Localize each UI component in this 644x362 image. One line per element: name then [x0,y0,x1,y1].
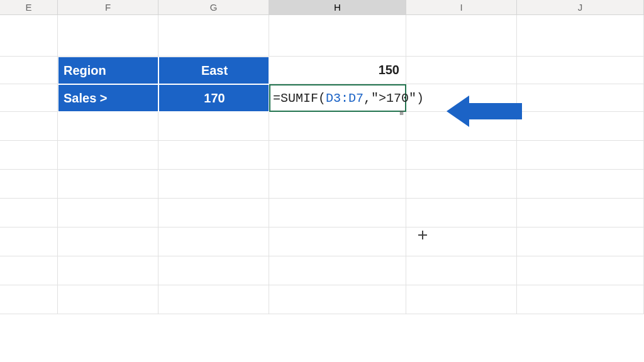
text-cursor-icon [400,111,404,115]
cell[interactable] [517,256,644,285]
cell[interactable] [517,285,644,314]
cell[interactable] [517,84,644,112]
formula-range-ref: D3:D7 [326,91,364,106]
cell[interactable] [0,285,58,314]
cell[interactable] [517,57,644,84]
cell[interactable] [158,228,269,256]
worksheet: E F G H I J Region East 150 Sales > [0,0,644,362]
cell[interactable] [0,228,58,256]
col-header-J[interactable]: J [517,0,644,14]
cell[interactable] [0,57,58,84]
cell[interactable] [58,15,158,57]
cell[interactable] [406,57,517,84]
cell[interactable] [269,256,406,285]
cell[interactable] [58,228,158,256]
cell[interactable] [58,112,158,141]
cell[interactable] [406,170,517,199]
cell[interactable] [158,112,269,141]
cell[interactable] [269,199,406,228]
col-header-H[interactable]: H [269,0,406,14]
cell[interactable] [269,228,406,256]
cell-region-value[interactable]: East [158,57,269,84]
cell[interactable] [406,15,517,57]
formula-open-paren: ( [318,91,326,106]
formula-comma: , [364,91,371,106]
cell[interactable] [58,170,158,199]
formula-close-paren: ) [416,91,424,106]
table-row [0,15,644,57]
table-row [0,112,644,141]
column-headers: E F G H I J [0,0,644,15]
table-row [0,199,644,228]
cell[interactable] [0,141,58,170]
cell[interactable] [517,199,644,228]
cell[interactable] [0,112,58,141]
cell[interactable] [58,285,158,314]
callout-arrow-icon [447,96,522,127]
cell[interactable] [517,141,644,170]
cell[interactable] [269,285,406,314]
cell[interactable] [158,170,269,199]
col-header-G[interactable]: G [158,0,269,14]
table-row: Sales > 170 =SUMIF(D3:D7,">170") [0,84,644,112]
cell[interactable] [406,285,517,314]
cell[interactable] [517,228,644,256]
cell[interactable] [0,170,58,199]
cell[interactable] [58,256,158,285]
cell[interactable] [58,199,158,228]
cell[interactable] [0,256,58,285]
cell[interactable] [517,170,644,199]
table-row [0,285,644,314]
cell[interactable] [269,15,406,57]
grid[interactable]: Region East 150 Sales > 170 =SUMIF(D3:D7… [0,15,644,314]
cell[interactable] [0,199,58,228]
col-header-I[interactable]: I [406,0,517,14]
cell-sales-label[interactable]: Sales > [58,84,158,112]
table-row [0,141,644,170]
cell[interactable] [158,285,269,314]
formula-text: =SUMIF(D3:D7,">170") [273,91,424,106]
cell[interactable] [58,141,158,170]
cell-region-label[interactable]: Region [58,57,158,84]
cell[interactable] [517,15,644,57]
cell-sales-value[interactable]: 170 [158,84,269,112]
cell[interactable] [158,141,269,170]
cell[interactable] [269,170,406,199]
cell[interactable] [406,141,517,170]
cell[interactable] [0,84,58,112]
table-row: Region East 150 [0,57,644,84]
cell-result[interactable]: 150 [269,57,406,84]
cell[interactable] [406,199,517,228]
col-header-E[interactable]: E [0,0,58,14]
cell[interactable] [158,256,269,285]
cell[interactable] [269,112,406,141]
cell[interactable] [406,256,517,285]
cell[interactable] [158,15,269,57]
cell[interactable] [517,112,644,141]
formula-criteria: ">170" [371,91,416,106]
cell[interactable] [269,141,406,170]
table-row [0,170,644,199]
col-header-F[interactable]: F [58,0,158,14]
cell-cursor-icon [418,231,427,239]
cell[interactable] [158,199,269,228]
table-row [0,228,644,256]
formula-func: =SUMIF [273,91,318,106]
cell[interactable] [0,15,58,57]
table-row [0,256,644,285]
cell-formula-editing[interactable]: =SUMIF(D3:D7,">170") [269,84,406,112]
